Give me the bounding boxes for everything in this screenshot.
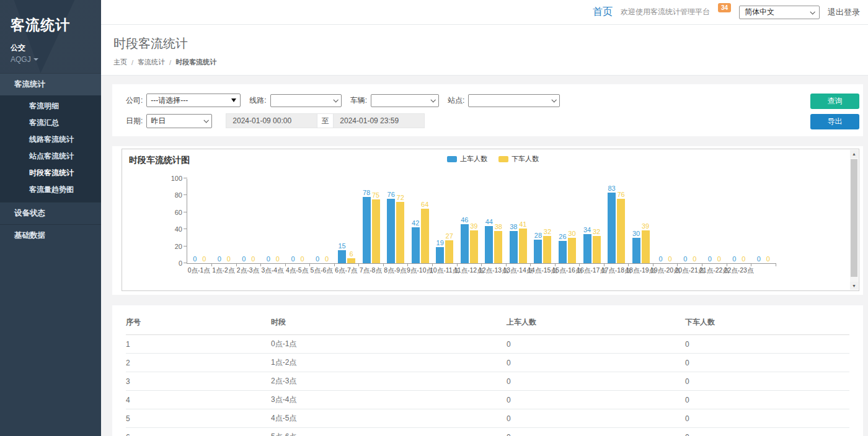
table-cell: 1 bbox=[126, 335, 271, 354]
query-button[interactable]: 查询 bbox=[810, 94, 859, 109]
home-link[interactable]: 首页 bbox=[593, 6, 613, 19]
sidebar-item[interactable]: 客流量趋势图 bbox=[0, 181, 101, 198]
legend-label: 下车人数 bbox=[512, 154, 539, 164]
company-select[interactable]: ---请选择--- bbox=[146, 94, 241, 107]
legend-item[interactable]: 上车人数 bbox=[447, 154, 487, 164]
chart-category: 1927 bbox=[432, 179, 457, 263]
bar-group: 27 bbox=[445, 232, 453, 263]
chart-category: 00 bbox=[702, 179, 727, 263]
table-cell: 2 bbox=[126, 354, 271, 372]
table-cell: 0 bbox=[507, 391, 685, 409]
bar-group: 41 bbox=[519, 220, 527, 263]
brand-title: 客流统计 bbox=[11, 15, 101, 35]
export-button[interactable]: 导出 bbox=[810, 114, 859, 129]
filter-row-2: 日期: 昨日 2024-01-09 00:00 至 2024-01-09 23:… bbox=[126, 113, 789, 128]
bar bbox=[461, 224, 469, 263]
chart-category: 00 bbox=[653, 179, 678, 263]
x-axis-label-text: 3点-4点 bbox=[261, 266, 283, 275]
scroll-down-icon[interactable]: ▼ bbox=[850, 282, 858, 290]
date-start-input[interactable]: 2024-01-09 00:00 bbox=[226, 113, 317, 128]
chart-category: 7875 bbox=[359, 179, 384, 263]
brand-panel: 客流统计 公交 AQGJ bbox=[0, 0, 101, 73]
sidebar-section[interactable]: 客流统计 bbox=[0, 73, 101, 95]
bar-value-label: 78 bbox=[363, 189, 370, 197]
table-cell: 2点-3点 bbox=[271, 372, 507, 391]
user-name: AQGJ bbox=[11, 55, 31, 64]
x-axis-label bbox=[751, 266, 776, 275]
legend-item[interactable]: 下车人数 bbox=[498, 154, 539, 164]
topbar: 首页 欢迎使用客流统计管理平台 34 简体中文 退出登录 bbox=[101, 0, 868, 25]
bar-value-label: 46 bbox=[461, 216, 468, 224]
date-preset-select[interactable]: 昨日 bbox=[146, 114, 212, 128]
bar-group: 0 bbox=[740, 255, 748, 263]
date-preset-value: 昨日 bbox=[151, 116, 166, 126]
user-dropdown[interactable]: AQGJ bbox=[11, 55, 101, 64]
bar-group: 46 bbox=[461, 216, 469, 263]
bar-value-label: 44 bbox=[485, 218, 493, 226]
breadcrumb-home[interactable]: 主页 bbox=[113, 58, 127, 67]
chart-scrollbar[interactable]: ▲ ▼ bbox=[850, 150, 858, 290]
x-axis-label: 3点-4点 bbox=[260, 266, 285, 275]
bar-group: 0 bbox=[215, 255, 223, 263]
bar-value-label: 38 bbox=[510, 223, 517, 231]
bar-value-label: 0 bbox=[193, 255, 197, 263]
y-axis-label: 20 bbox=[159, 243, 182, 250]
caret-down-icon bbox=[33, 58, 38, 61]
table-cell: 4 bbox=[126, 391, 271, 409]
bar bbox=[445, 240, 453, 263]
x-axis-label: 9点-10点 bbox=[407, 266, 432, 275]
bar-value-label: 39 bbox=[642, 222, 649, 230]
x-axis-label: 10点-11点 bbox=[432, 266, 457, 275]
breadcrumb-separator: / bbox=[131, 59, 133, 66]
bar-group: 0 bbox=[273, 255, 281, 263]
table-row: 10点-1点00 bbox=[126, 335, 849, 354]
x-axis-label-text: 6点-7点 bbox=[335, 266, 357, 275]
x-axis-label: 22点-23点 bbox=[727, 266, 751, 275]
sidebar-section[interactable]: 基础数据 bbox=[0, 224, 101, 246]
x-axis-label: 2点-3点 bbox=[236, 266, 260, 275]
chart-x-labels: 0点-1点1点-2点2点-3点3点-4点4点-5点5点-6点6点-7点7点-8点… bbox=[187, 266, 776, 275]
bar bbox=[372, 199, 380, 263]
x-axis-label-text: 22点-23点 bbox=[724, 266, 754, 275]
sidebar-item[interactable]: 线路客流统计 bbox=[0, 131, 101, 148]
bar-group: 39 bbox=[470, 222, 478, 263]
bar-group: 0 bbox=[666, 255, 674, 263]
sidebar-item[interactable]: 客流汇总 bbox=[0, 115, 101, 131]
chart-box: 时段车流统计图 上车人数下车人数 02040608010000000000000… bbox=[122, 149, 859, 291]
chart-category: 00 bbox=[310, 179, 335, 263]
vehicle-select[interactable] bbox=[371, 94, 439, 107]
line-label: 线路: bbox=[249, 95, 266, 106]
station-select[interactable] bbox=[468, 94, 560, 107]
breadcrumb-section[interactable]: 客流统计 bbox=[138, 58, 165, 67]
bar-value-label: 64 bbox=[421, 201, 428, 209]
chart-area: 0204060801000000000000001567875767242641… bbox=[122, 179, 846, 275]
sidebar-item[interactable]: 客流明细 bbox=[0, 98, 101, 115]
sidebar-item[interactable]: 站点客流统计 bbox=[0, 148, 101, 165]
filter-panel: 公司: ---请选择--- 线路: 车辆: 站点: bbox=[112, 84, 863, 136]
x-axis-label-text: 7点-8点 bbox=[360, 266, 382, 275]
date-to-label: 至 bbox=[317, 113, 333, 128]
date-end-input[interactable]: 2024-01-09 23:59 bbox=[333, 113, 425, 128]
scroll-up-icon[interactable]: ▲ bbox=[850, 150, 858, 158]
bar-value-label: 75 bbox=[372, 191, 379, 199]
data-table: 序号时段上车人数下车人数 10点-1点0021点-2点0032点-3点0043点… bbox=[126, 313, 849, 436]
bar-group: 32 bbox=[543, 228, 551, 263]
sidebar-section[interactable]: 设备状态 bbox=[0, 202, 101, 224]
bar bbox=[510, 231, 518, 263]
bar-group: 75 bbox=[372, 191, 380, 263]
bar-group: 0 bbox=[755, 255, 763, 263]
breadcrumb-separator: / bbox=[169, 59, 171, 66]
y-axis-label: 80 bbox=[159, 191, 182, 199]
chart-category: 156 bbox=[334, 179, 359, 263]
x-axis-label-text: 8点-9点 bbox=[384, 266, 406, 275]
bar bbox=[559, 241, 567, 263]
line-select[interactable] bbox=[270, 94, 342, 107]
chart-category: 00 bbox=[285, 179, 310, 263]
logout-link[interactable]: 退出登录 bbox=[828, 7, 860, 18]
table-cell: 0 bbox=[685, 335, 849, 354]
language-select[interactable]: 简体中文 bbox=[739, 6, 820, 19]
sidebar-item[interactable]: 时段客流统计 bbox=[0, 165, 101, 181]
chart-category: 4438 bbox=[482, 179, 507, 263]
x-axis-label-text: 0点-1点 bbox=[188, 266, 210, 275]
scrollbar-thumb[interactable] bbox=[851, 159, 857, 277]
